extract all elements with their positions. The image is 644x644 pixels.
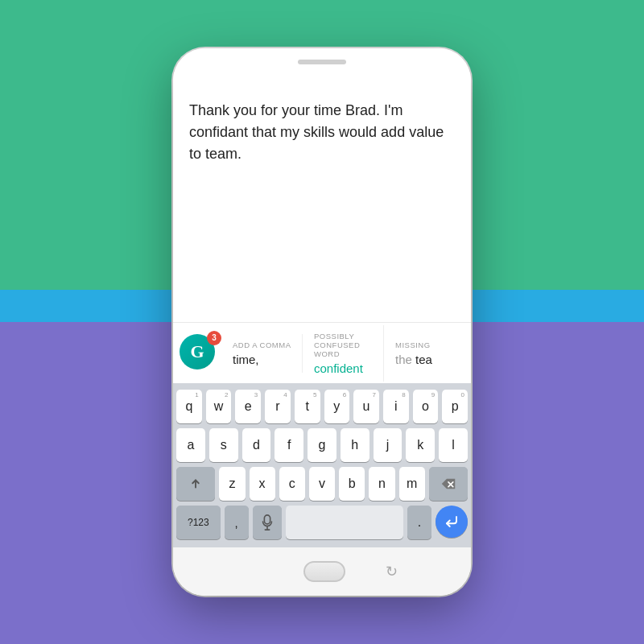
suggestion-value-2: confident: [314, 361, 375, 375]
key-space[interactable]: [286, 506, 403, 539]
key-a[interactable]: a: [176, 428, 205, 462]
speaker: [298, 60, 346, 64]
home-button[interactable]: [303, 561, 345, 582]
key-w[interactable]: 2w: [206, 390, 232, 423]
key-backspace[interactable]: [429, 467, 468, 501]
suggestion-value-3: the tea: [395, 353, 456, 366]
key-k[interactable]: k: [406, 428, 435, 462]
back-button[interactable]: ↻: [386, 563, 398, 580]
key-v[interactable]: v: [309, 467, 335, 501]
error-badge: 3: [207, 331, 221, 345]
suggestion-confused-word[interactable]: POSSIBLY CONFUSED WORD confident: [306, 325, 384, 382]
key-mic[interactable]: [253, 506, 282, 539]
key-n[interactable]: n: [369, 467, 394, 501]
key-s[interactable]: s: [209, 428, 238, 462]
key-h[interactable]: h: [341, 428, 369, 462]
key-y[interactable]: 6y: [324, 390, 350, 423]
keyboard-row-4: ?123 , .: [176, 506, 468, 539]
phone: Thank you for your time Brad. I'm confid…: [173, 48, 471, 596]
key-o[interactable]: 9o: [413, 390, 439, 423]
key-j[interactable]: j: [374, 428, 402, 462]
missing-suffix: tea: [412, 353, 432, 366]
key-t[interactable]: 5t: [295, 390, 320, 423]
key-shift[interactable]: [176, 467, 215, 501]
key-d[interactable]: d: [242, 428, 271, 462]
suggestion-label-1: ADD A COMMA: [233, 341, 294, 349]
key-enter[interactable]: [436, 506, 468, 538]
phone-bottom-bezel: ↻: [173, 547, 471, 596]
key-period[interactable]: .: [407, 506, 431, 539]
key-l[interactable]: l: [439, 428, 468, 462]
key-z[interactable]: z: [219, 467, 245, 501]
key-g[interactable]: g: [308, 428, 336, 462]
grammarly-logo[interactable]: G 3: [180, 334, 218, 373]
text-content[interactable]: Thank you for your time Brad. I'm confid…: [173, 80, 471, 322]
key-f[interactable]: f: [275, 428, 303, 462]
key-r[interactable]: 4r: [265, 390, 291, 423]
key-u[interactable]: 7u: [353, 390, 379, 423]
suggestion-value-1: time,: [233, 353, 294, 366]
suggestion-bar: G 3 ADD A COMMA time, POSSIBLY CONFUSED …: [173, 322, 471, 383]
missing-prefix: the: [395, 353, 412, 366]
key-numbers[interactable]: ?123: [176, 506, 221, 539]
suggestion-missing-word[interactable]: MISSING the tea: [387, 334, 464, 373]
key-m[interactable]: m: [399, 467, 425, 501]
svg-rect-3: [264, 515, 270, 524]
key-x[interactable]: x: [250, 467, 275, 501]
key-q[interactable]: 1q: [176, 390, 202, 423]
key-comma[interactable]: ,: [225, 506, 249, 539]
key-c[interactable]: c: [279, 467, 305, 501]
screen: Thank you for your time Brad. I'm confid…: [173, 80, 471, 547]
suggestion-label-2: POSSIBLY CONFUSED WORD: [314, 332, 375, 358]
key-b[interactable]: b: [339, 467, 365, 501]
keyboard-row-2: a s d f g h j k l: [176, 428, 468, 462]
keyboard-row-1: 1q 2w 3e 4r 5t 6y 7u 8i 9o 0p: [176, 390, 468, 423]
key-i[interactable]: 8i: [383, 390, 409, 423]
message-text: Thank you for your time Brad. I'm confid…: [189, 102, 444, 162]
suggestion-label-3: MISSING: [395, 341, 456, 349]
keyboard-row-3: z x c v b n m: [176, 467, 468, 501]
suggestion-add-comma[interactable]: ADD A COMMA time,: [225, 334, 303, 373]
phone-top-bezel: [173, 48, 471, 80]
key-e[interactable]: 3e: [235, 390, 261, 423]
keyboard: 1q 2w 3e 4r 5t 6y 7u 8i 9o 0p a s d f g …: [173, 383, 471, 547]
grammarly-g-letter: G: [190, 341, 204, 362]
key-p[interactable]: 0p: [442, 390, 468, 423]
